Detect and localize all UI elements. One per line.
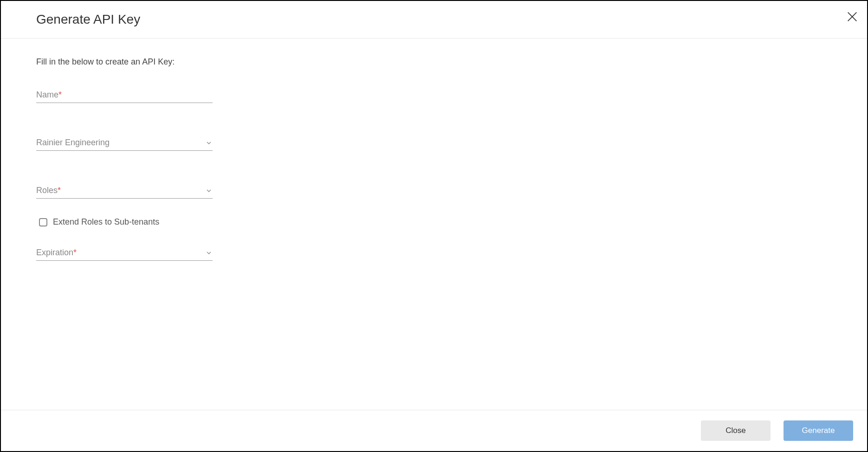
extend-roles-row: Extend Roles to Sub-tenants (36, 217, 832, 227)
modal-title: Generate API Key (36, 12, 140, 27)
expiration-label: Expiration* (36, 248, 77, 258)
modal-body: Fill in the below to create an API Key: … (1, 39, 867, 410)
generate-button[interactable]: Generate (784, 420, 853, 441)
extend-roles-checkbox[interactable] (39, 218, 47, 226)
chevron-down-icon (205, 249, 213, 257)
chevron-down-icon (205, 139, 213, 147)
roles-select[interactable]: Roles* (36, 186, 213, 199)
tenant-select[interactable]: Rainier Engineering (36, 138, 213, 151)
chevron-down-icon (205, 187, 213, 194)
generate-api-key-modal: Generate API Key Fill in the below to cr… (0, 0, 868, 452)
expiration-select[interactable]: Expiration* (36, 248, 213, 261)
extend-roles-label: Extend Roles to Sub-tenants (53, 217, 159, 227)
roles-label: Roles* (36, 186, 61, 195)
modal-header: Generate API Key (1, 1, 867, 39)
name-field[interactable]: Name* (36, 90, 213, 103)
modal-footer: Close Generate (1, 410, 867, 451)
name-input[interactable] (36, 90, 213, 100)
close-button[interactable]: Close (701, 420, 771, 441)
tenant-selected-value: Rainier Engineering (36, 138, 205, 148)
intro-text: Fill in the below to create an API Key: (36, 57, 832, 67)
close-icon[interactable] (846, 10, 859, 23)
